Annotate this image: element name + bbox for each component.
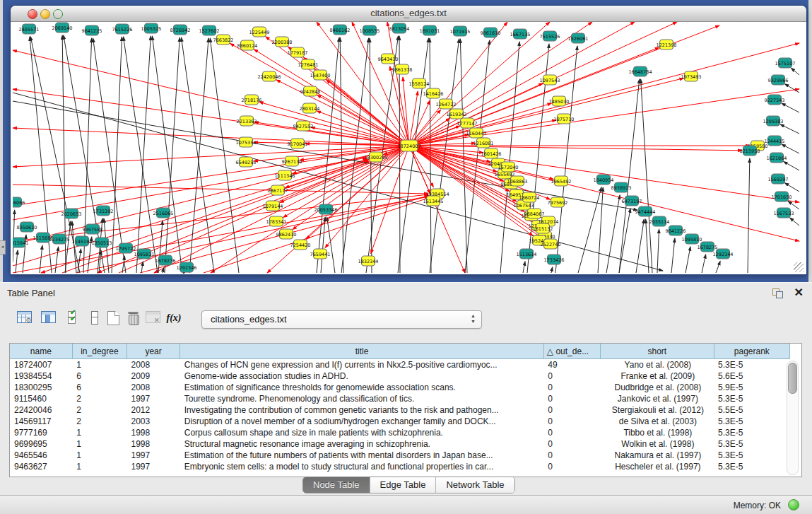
table-cell[interactable]: 19384554 xyxy=(10,370,72,382)
column-header-title[interactable]: title xyxy=(180,344,544,359)
graph-node[interactable]: 8813054 xyxy=(389,23,410,33)
graph-node[interactable]: 2200388 xyxy=(272,37,293,47)
graph-node[interactable]: 9861610 xyxy=(481,28,501,37)
table-cell[interactable]: 0 xyxy=(543,393,600,404)
table-row[interactable]: 946554611997Estimation of the future num… xyxy=(10,450,790,461)
table-row[interactable]: 977716911998Corpus callosum shape and si… xyxy=(10,427,790,438)
table-cell[interactable]: 0 xyxy=(543,370,600,382)
table-mode-icon[interactable]: ⚙ xyxy=(16,311,33,329)
column-header-out_de[interactable]: △ out_de... xyxy=(543,344,600,359)
column-header-in_degree[interactable]: in_degree xyxy=(72,344,126,359)
new-document-icon[interactable] xyxy=(105,311,122,329)
table-cell[interactable]: 0 xyxy=(543,438,600,450)
graph-node[interactable]: 1783341 xyxy=(266,216,287,226)
table-cell[interactable]: 1997 xyxy=(127,393,180,404)
table-cell[interactable]: Tibbo et al. (1998) xyxy=(601,427,714,438)
graph-node[interactable]: 7659441 xyxy=(310,249,331,259)
table-cell[interactable]: Yano et al. (2008) xyxy=(601,359,714,371)
table-cell[interactable]: 5.3E-5 xyxy=(714,450,789,461)
graph-node[interactable]: 1221398 xyxy=(657,40,677,49)
table-cell[interactable]: 2 xyxy=(72,404,126,416)
graph-node[interactable]: 1145194 xyxy=(72,236,93,246)
table-cell[interactable]: 0 xyxy=(543,461,600,472)
graph-node[interactable]: 1071915 xyxy=(450,26,471,36)
graph-node[interactable]: 1691031 xyxy=(420,25,440,35)
panel-collapse-arrow-icon[interactable]: ◂ xyxy=(0,240,6,255)
table-cell[interactable]: 1 xyxy=(72,461,126,472)
table-cell[interactable]: 2 xyxy=(72,416,126,427)
table-cell[interactable]: 1998 xyxy=(127,427,180,438)
row-selector-icon[interactable] xyxy=(86,311,103,329)
close-panel-icon[interactable]: ✕ xyxy=(794,286,804,299)
table-row[interactable]: 1830029562008Estimation of significance … xyxy=(10,382,790,393)
graph-node[interactable]: 1526061 xyxy=(568,33,589,43)
table-cell[interactable]: 1 xyxy=(72,427,126,438)
graph-node[interactable]: 1795722 xyxy=(116,243,136,253)
window-resize-grip[interactable] xyxy=(794,262,804,272)
table-row[interactable]: 1456911722003Disruption of a novel membe… xyxy=(10,416,790,427)
table-cell[interactable]: Stergiakouli et al. (2012) xyxy=(601,404,714,416)
table-cell[interactable]: 9115460 xyxy=(10,393,72,404)
table-cell[interactable]: 9465546 xyxy=(10,450,72,461)
table-row[interactable]: 1872400712008Changes of HCN gene express… xyxy=(10,359,790,371)
table-row[interactable]: 969969511998Structural magnetic resonanc… xyxy=(10,438,790,450)
table-cell[interactable]: 49 xyxy=(543,359,600,371)
table-cell[interactable]: 0 xyxy=(543,427,600,438)
table-cell[interactable]: 5.6E-5 xyxy=(714,370,789,382)
table-cell[interactable]: 6 xyxy=(72,370,126,382)
table-cell[interactable]: 2009 xyxy=(127,370,180,382)
graph-node[interactable]: 8350610 xyxy=(17,222,37,232)
graph-node[interactable]: 2020653 xyxy=(61,209,82,218)
table-cell[interactable]: Embryonic stem cells: a model to study s… xyxy=(180,461,544,472)
table-cell[interactable]: 1997 xyxy=(127,450,180,461)
column-header-name[interactable]: name xyxy=(10,344,72,359)
graph-node[interactable]: 2069140 xyxy=(52,23,73,33)
graph-node[interactable]: 1416426 xyxy=(423,88,444,98)
graph-node[interactable]: 1008535 xyxy=(360,25,380,35)
graph-node[interactable]: 9242848 xyxy=(300,86,321,96)
table-cell[interactable]: Investigating the contribution of common… xyxy=(180,404,544,416)
graph-node[interactable]: 18724007 xyxy=(397,140,420,151)
table-cell[interactable]: 2012 xyxy=(127,404,180,416)
table-cell[interactable]: 0 xyxy=(543,404,600,416)
table-cell[interactable]: Nakamura et al. (1997) xyxy=(601,450,714,461)
table-cell[interactable]: Franke et al. (2009) xyxy=(601,370,714,382)
table-cell[interactable]: Structural magnetic resonance image aver… xyxy=(180,438,544,450)
graph-node[interactable]: 2516066 xyxy=(13,197,25,207)
graph-node[interactable]: 9329966 xyxy=(768,75,789,85)
table-row[interactable]: 2242004622012Investigating the contribut… xyxy=(10,404,790,416)
table-row[interactable]: 946362711997Embryonic stem cells: a mode… xyxy=(10,461,790,472)
table-cell[interactable]: 0 xyxy=(543,382,600,393)
graph-node[interactable]: 9474444 xyxy=(635,206,656,216)
table-cell[interactable]: 9777169 xyxy=(10,427,72,438)
table-cell[interactable]: Estimation of the future numbers of pati… xyxy=(180,450,544,461)
graph-node[interactable]: 2935114 xyxy=(649,216,670,226)
table-scrollbar-thumb[interactable] xyxy=(788,363,797,394)
graph-node[interactable]: 1160447 xyxy=(466,128,487,138)
graph-node[interactable]: 2516065 xyxy=(153,208,174,218)
table-cell[interactable]: Hescheler et al. (1997) xyxy=(601,461,714,472)
select-checks-icon[interactable]: ✔✔ xyxy=(65,311,82,329)
graph-node[interactable]: 8860124 xyxy=(237,40,258,50)
graph-node[interactable]: 2803144 xyxy=(300,103,320,113)
table-cell[interactable]: Changes of HCN gene expression and I(f) … xyxy=(180,359,544,371)
graph-node[interactable]: 1621064 xyxy=(767,153,787,163)
table-cell[interactable]: 5.3E-5 xyxy=(714,393,789,404)
table-cell[interactable]: 1 xyxy=(72,359,126,371)
table-cell[interactable]: 1997 xyxy=(127,461,180,472)
table-row[interactable]: 1938455462009Genome-wide association stu… xyxy=(10,370,790,382)
column-header-year[interactable]: year xyxy=(127,344,180,359)
show-columns-icon[interactable] xyxy=(40,311,57,329)
graph-node[interactable]: 1558124 xyxy=(409,78,430,88)
table-cell[interactable]: Genome-wide association studies in ADHD. xyxy=(180,370,544,382)
graph-node[interactable]: 1005325 xyxy=(141,23,162,33)
graph-node[interactable]: 1832344 xyxy=(358,256,379,266)
table-cell[interactable]: 0 xyxy=(543,416,600,427)
table-cell[interactable]: 1 xyxy=(72,450,126,461)
graph-node[interactable]: 9643410 xyxy=(378,54,399,64)
graph-node[interactable]: 1225449 xyxy=(249,27,270,37)
graph-node[interactable]: 1735392 xyxy=(93,206,114,216)
tab-node-table[interactable]: Node Table xyxy=(303,477,370,493)
graph-node[interactable]: 9641225 xyxy=(82,25,102,35)
graph-node[interactable]: 1678275 xyxy=(698,242,718,252)
